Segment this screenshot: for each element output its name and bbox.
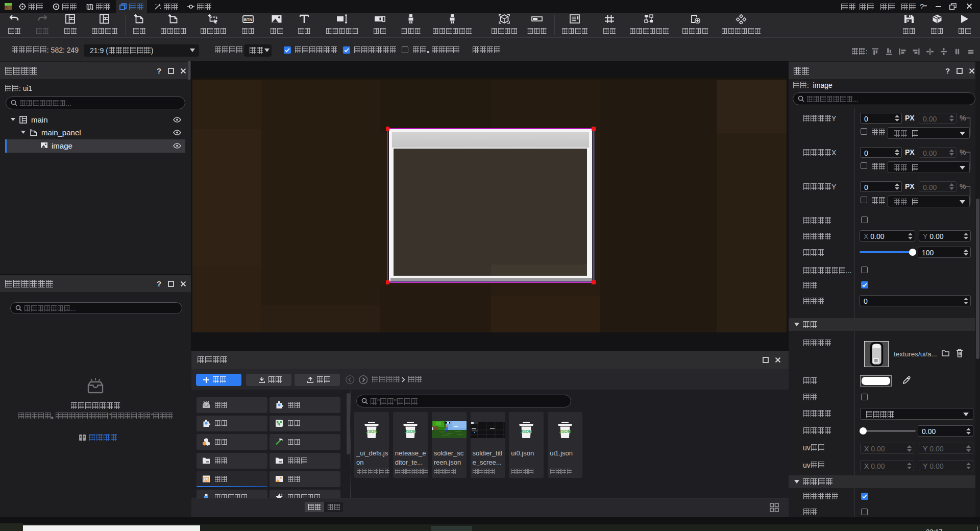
svg-text:JSON: JSON: [559, 429, 571, 434]
svg-text:BTN: BTN: [244, 17, 253, 22]
svg-text:JSON: JSON: [366, 429, 377, 434]
svg-text:JSON: JSON: [405, 429, 416, 434]
svg-text:JSON: JSON: [521, 429, 532, 434]
